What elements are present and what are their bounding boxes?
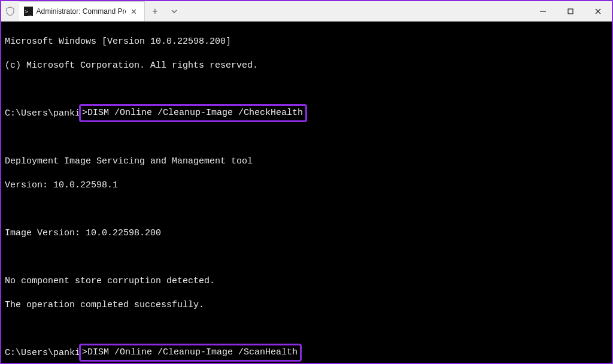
- command-prompt-window: >_ Administrator: Command Prom ✕ + Micro…: [1, 1, 612, 363]
- minimize-button[interactable]: [529, 1, 557, 21]
- prompt-line-scanhealth: C:\Users\panki>DISM /Online /Cleanup-Ima…: [5, 347, 608, 359]
- highlight-checkhealth: >DISM /Online /Cleanup-Image /CheckHealt…: [79, 104, 307, 122]
- terminal-output[interactable]: Microsoft Windows [Version 10.0.22598.20…: [1, 22, 612, 363]
- terminal-icon: >_: [24, 7, 33, 16]
- titlebar[interactable]: >_ Administrator: Command Prom ✕ +: [1, 1, 612, 22]
- tab-title: Administrator: Command Prom: [37, 7, 126, 16]
- close-window-button[interactable]: [584, 1, 612, 21]
- tab-command-prompt[interactable]: >_ Administrator: Command Prom ✕: [19, 1, 145, 21]
- close-tab-icon[interactable]: ✕: [129, 7, 138, 16]
- terminal-line: The operation completed successfully.: [5, 299, 608, 311]
- titlebar-drag-area[interactable]: [183, 1, 529, 21]
- maximize-button[interactable]: [557, 1, 584, 21]
- tab-dropdown-button[interactable]: [165, 1, 183, 21]
- prompt-line-checkhealth: C:\Users\panki>DISM /Online /Cleanup-Ima…: [5, 108, 608, 120]
- terminal-line: Deployment Image Servicing and Managemen…: [5, 156, 608, 168]
- terminal-line: Microsoft Windows [Version 10.0.22598.20…: [5, 36, 608, 48]
- svg-rect-1: [568, 9, 573, 14]
- shield-icon: [1, 1, 19, 21]
- terminal-line: Image Version: 10.0.22598.200: [5, 228, 608, 239]
- terminal-line: No component store corruption detected.: [5, 275, 608, 287]
- highlight-scanhealth: >DISM /Online /Cleanup-Image /ScanHealth: [79, 344, 302, 362]
- new-tab-button[interactable]: +: [145, 1, 165, 21]
- terminal-line: Version: 10.0.22598.1: [5, 180, 608, 192]
- terminal-line: (c) Microsoft Corporation. All rights re…: [5, 60, 608, 72]
